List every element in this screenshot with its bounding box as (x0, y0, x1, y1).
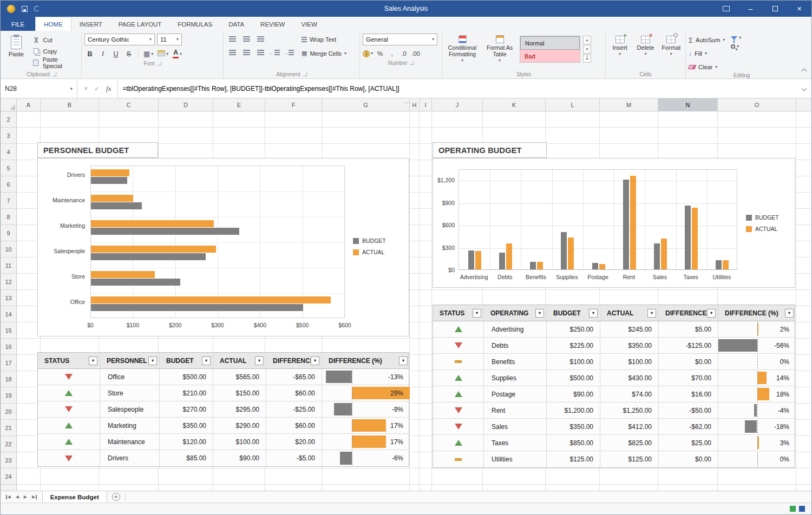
difference-cell[interactable]: $70.00 (659, 370, 718, 386)
budget-cell[interactable]: $500.00 (160, 369, 213, 385)
tab-insert[interactable]: INSERT (71, 17, 110, 31)
row-header-2[interactable]: 2 (1, 111, 16, 128)
actual-cell[interactable]: $825.00 (600, 435, 659, 451)
find-select-button[interactable]: ▾ (731, 44, 741, 49)
tab-formulas[interactable]: FORMULAS (169, 17, 220, 31)
decrease-indent-button[interactable]: ← (269, 47, 280, 58)
status-cell[interactable] (433, 386, 484, 402)
filter-button[interactable]: ▾ (535, 309, 544, 318)
chevron-down-icon[interactable]: ▾ (70, 86, 73, 91)
row-header-12[interactable]: 12 (1, 274, 16, 290)
row-header-19[interactable]: 19 (1, 387, 16, 404)
budget-cell[interactable]: $85.00 (160, 450, 213, 466)
difference-pct-cell[interactable]: -18% (718, 419, 796, 434)
status-cell[interactable] (38, 434, 100, 450)
budget-cell[interactable]: $90.00 (547, 386, 600, 402)
new-sheet-button[interactable]: + (112, 493, 120, 501)
table-column-header[interactable]: DIFFERENCE▾ (659, 305, 718, 321)
align-right-button[interactable] (254, 47, 266, 58)
tab-data[interactable]: DATA (220, 17, 252, 31)
name-cell[interactable]: Utilities (484, 451, 547, 467)
difference-pct-cell[interactable]: 17% (322, 434, 410, 450)
font-size-select[interactable]: 11▾ (157, 34, 182, 45)
column-header-C[interactable]: C (99, 98, 159, 111)
column-header-F[interactable]: F (265, 98, 322, 111)
budget-cell[interactable]: $250.00 (547, 321, 600, 337)
row-header-14[interactable]: 14 (1, 306, 16, 322)
column-header-J[interactable]: J (432, 98, 483, 111)
merge-cells-button[interactable]: ▦Merge Cells▾ (302, 48, 346, 59)
row-header-21[interactable]: 21 (1, 420, 16, 436)
actual-cell[interactable]: $100.00 (213, 434, 266, 450)
first-sheet-button[interactable]: ◀ (6, 494, 11, 499)
tab-review[interactable]: REVIEW (252, 17, 293, 31)
wrap-text-button[interactable]: Wrap Text (302, 34, 346, 45)
row-header-13[interactable]: 13 (1, 290, 16, 306)
conditional-formatting-button[interactable]: Conditional Formatting ▾ (445, 34, 480, 63)
status-cell[interactable] (433, 419, 484, 434)
status-cell[interactable] (38, 450, 100, 466)
name-cell[interactable]: Benefits (484, 354, 547, 369)
difference-cell[interactable]: -$65.00 (266, 369, 322, 385)
copy-button[interactable]: Copy (31, 45, 78, 57)
dialog-launcher-icon[interactable] (158, 62, 161, 65)
table-column-header[interactable]: ACTUAL▾ (600, 305, 659, 321)
row-header-5[interactable]: 5 (1, 160, 16, 176)
filter-button[interactable]: ▾ (89, 356, 97, 365)
difference-pct-cell[interactable]: -9% (322, 401, 410, 417)
strikethrough-button[interactable]: S (123, 48, 134, 60)
sheet-tab-expense-budget[interactable]: Expense Budget (42, 491, 107, 503)
status-cell[interactable] (433, 354, 484, 369)
difference-cell[interactable]: -$5.00 (266, 450, 322, 466)
cell-style-normal[interactable]: Normal (520, 36, 580, 50)
table-column-header[interactable]: DIFFERENCE▾ (266, 353, 322, 368)
difference-pct-cell[interactable]: 18% (718, 386, 796, 402)
dialog-launcher-icon[interactable] (53, 72, 56, 76)
difference-cell[interactable]: $0.00 (659, 354, 718, 369)
status-cell[interactable] (433, 321, 484, 337)
status-cell[interactable] (38, 385, 100, 401)
name-cell[interactable]: Office (100, 369, 160, 385)
filter-button[interactable]: ▾ (148, 356, 157, 365)
column-header-M[interactable]: M (600, 98, 658, 111)
table-column-header[interactable]: ACTUAL▾ (213, 353, 266, 368)
underline-button[interactable]: U (110, 48, 121, 60)
budget-cell[interactable]: $225.00 (547, 338, 600, 353)
row-header-16[interactable]: 16 (1, 339, 16, 355)
budget-cell[interactable]: $120.00 (160, 434, 213, 450)
table-column-header[interactable]: STATUS▾ (38, 353, 100, 368)
difference-pct-cell[interactable]: 0% (718, 451, 796, 467)
difference-cell[interactable]: -$25.00 (266, 401, 322, 417)
tab-home[interactable]: HOME (35, 17, 71, 31)
difference-pct-cell[interactable]: -6% (322, 450, 410, 466)
format-as-table-button[interactable]: Format As Table ▾ (482, 34, 517, 63)
actual-cell[interactable]: $1,250.00 (600, 402, 659, 418)
paste-button[interactable]: Paste (4, 34, 28, 57)
format-cells-button[interactable]: Format▾ (660, 34, 683, 56)
actual-cell[interactable]: $100.00 (600, 354, 659, 369)
cut-button[interactable]: Cut (31, 34, 78, 45)
name-cell[interactable]: Salespeople (100, 401, 160, 417)
name-cell[interactable]: Postage (484, 386, 547, 402)
difference-pct-cell[interactable]: -56% (718, 338, 796, 353)
difference-cell[interactable]: $60.00 (266, 418, 322, 433)
formula-input[interactable]: =tblOperatingExpenses[[#This Row], [BUDG… (118, 79, 797, 98)
previous-sheet-button[interactable]: ◀ (16, 494, 19, 499)
row-header-23[interactable]: 23 (1, 452, 16, 468)
row-header-9[interactable]: 9 (1, 225, 16, 241)
column-header-N[interactable]: N (658, 98, 718, 111)
status-cell[interactable] (433, 370, 484, 386)
collapse-ribbon-button[interactable] (802, 67, 806, 75)
insert-cells-button[interactable]: + Insert▾ (608, 34, 631, 56)
align-top-button[interactable] (226, 34, 238, 44)
table-column-header[interactable]: OPERATING▾ (484, 305, 547, 321)
close-button[interactable]: × (787, 1, 811, 17)
row-header-15[interactable]: 15 (1, 322, 16, 339)
accounting-format-button[interactable]: $▾ (363, 48, 373, 59)
number-format-select[interactable]: General▾ (363, 34, 437, 45)
decrease-decimal-button[interactable]: .00 (411, 48, 421, 59)
clear-button[interactable]: Clear▾ (689, 62, 725, 72)
filter-button[interactable]: ▾ (785, 309, 794, 318)
gallery-up-button[interactable]: ▴ (583, 36, 591, 44)
italic-button[interactable]: I (97, 48, 108, 60)
